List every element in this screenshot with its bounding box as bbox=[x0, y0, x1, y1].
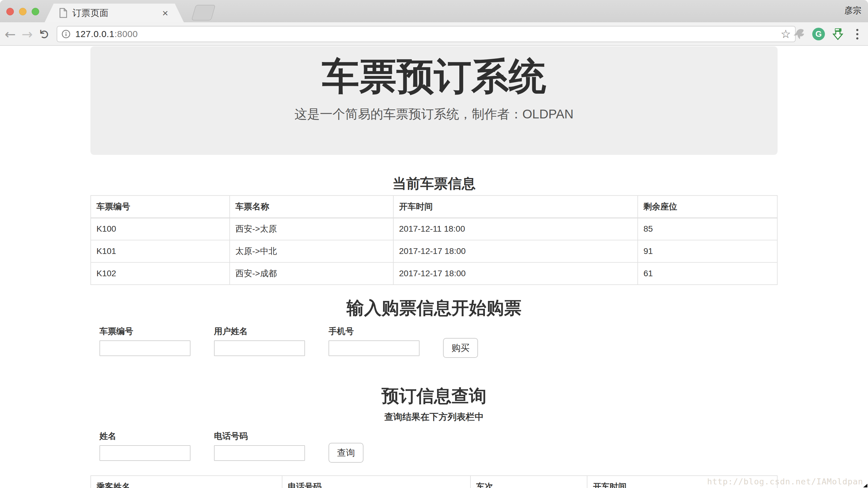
query-button[interactable]: 查询 bbox=[329, 443, 364, 463]
url-host: 127.0.0.1 bbox=[75, 29, 115, 39]
column-header: 乘客姓名 bbox=[91, 476, 282, 488]
bird-extension-icon[interactable] bbox=[793, 27, 806, 41]
ticket-id-cell: K100 bbox=[91, 218, 230, 240]
phone-label: 手机号 bbox=[329, 326, 420, 337]
column-header: 车次 bbox=[470, 476, 587, 488]
query-name-label: 姓名 bbox=[99, 431, 190, 442]
jumbotron: 车票预订系统 这是一个简易的车票预订系统，制作者：OLDPAN bbox=[90, 46, 778, 155]
query-subheading: 查询结果在下方列表栏中 bbox=[90, 412, 778, 422]
tickets-table: 车票编号 车票名称 开车时间 剩余座位 K100 西安->太原 2017-12-… bbox=[90, 195, 778, 285]
column-header: 剩余座位 bbox=[638, 195, 777, 218]
csdn-watermark: http://blog.csdn.net/IAMoldpan bbox=[707, 477, 863, 486]
back-arrow-icon: ← bbox=[5, 27, 16, 42]
column-header: 车票名称 bbox=[230, 195, 393, 218]
cursor-fragment bbox=[863, 484, 867, 487]
purchase-heading: 输入购票信息开始购票 bbox=[90, 297, 778, 319]
browser-menu-icon[interactable] bbox=[850, 27, 864, 41]
bookmark-star-icon[interactable]: ☆ bbox=[781, 28, 791, 40]
new-tab-button[interactable] bbox=[191, 5, 216, 21]
departure-time-cell: 2017-12-17 18:00 bbox=[393, 262, 638, 285]
tab-close-icon[interactable]: × bbox=[162, 8, 168, 18]
ticket-id-label: 车票编号 bbox=[99, 326, 190, 337]
site-info-icon[interactable] bbox=[61, 30, 70, 38]
extensions-area: G bbox=[793, 22, 864, 46]
page-favicon-icon bbox=[59, 8, 67, 18]
forward-button[interactable]: → bbox=[19, 22, 35, 46]
seats-left-cell: 61 bbox=[638, 262, 777, 285]
ticket-id-cell: K102 bbox=[91, 262, 230, 285]
tickets-heading: 当前车票信息 bbox=[90, 175, 778, 192]
url-port: :8000 bbox=[115, 29, 138, 39]
forward-arrow-icon: → bbox=[22, 27, 33, 42]
minimize-window-button[interactable] bbox=[19, 8, 27, 15]
table-row: K101 太原->中北 2017-12-17 18:00 91 bbox=[91, 240, 777, 262]
ticket-name-cell: 太原->中北 bbox=[230, 240, 393, 262]
query-heading: 预订信息查询 bbox=[90, 385, 778, 407]
grammarly-extension-icon[interactable]: G bbox=[812, 27, 825, 41]
seats-left-cell: 91 bbox=[638, 240, 777, 262]
departure-time-cell: 2017-12-17 18:00 bbox=[393, 240, 638, 262]
column-header: 车票编号 bbox=[91, 195, 230, 218]
zoom-window-button[interactable] bbox=[32, 8, 39, 15]
purchase-form: 车票编号 用户姓名 手机号 购买 bbox=[90, 326, 778, 356]
ticket-id-input[interactable] bbox=[99, 340, 190, 356]
page-title: 车票预订系统 bbox=[90, 55, 778, 98]
tab-title: 订票页面 bbox=[72, 7, 108, 19]
ticket-name-cell: 西安->成都 bbox=[230, 262, 393, 285]
query-name-input[interactable] bbox=[99, 445, 190, 461]
page-content: 车票预订系统 这是一个简易的车票预订系统，制作者：OLDPAN 当前车票信息 车… bbox=[0, 46, 868, 488]
profile-name[interactable]: 彦宗 bbox=[844, 5, 861, 16]
table-row: K100 西安->太原 2017-12-11 18:00 85 bbox=[91, 218, 777, 240]
titlebar: 订票页面 × 彦宗 bbox=[0, 0, 868, 22]
toolbar: ← → ↻ 127.0.0.1:8000 ☆ G bbox=[0, 22, 868, 46]
browser-tab[interactable]: 订票页面 × bbox=[44, 4, 184, 22]
address-bar[interactable]: 127.0.0.1:8000 ☆ bbox=[57, 26, 796, 42]
browser-window: 订票页面 × 彦宗 ← → ↻ 127.0.0.1:8000 ☆ bbox=[0, 0, 868, 488]
page-subtitle: 这是一个简易的车票预订系统，制作者：OLDPAN bbox=[90, 106, 778, 123]
back-button[interactable]: ← bbox=[2, 22, 18, 46]
reload-icon: ↻ bbox=[37, 29, 52, 39]
reload-button[interactable]: ↻ bbox=[37, 22, 53, 46]
buy-button[interactable]: 购买 bbox=[443, 338, 478, 358]
url-text[interactable]: 127.0.0.1:8000 bbox=[75, 29, 138, 39]
query-phone-input[interactable] bbox=[214, 445, 305, 461]
query-form: 姓名 电话号码 查询 bbox=[90, 431, 778, 461]
results-table: 乘客姓名 电话号码 车次 开车时间 bbox=[90, 475, 778, 488]
phone-input[interactable] bbox=[329, 340, 420, 356]
user-name-label: 用户姓名 bbox=[214, 326, 305, 337]
table-row: K102 西安->成都 2017-12-17 18:00 61 bbox=[91, 262, 777, 285]
column-header: 电话号码 bbox=[282, 476, 470, 488]
downloader-extension-icon[interactable] bbox=[831, 27, 844, 41]
column-header: 开车时间 bbox=[393, 195, 638, 218]
window-controls bbox=[6, 8, 39, 15]
seats-left-cell: 85 bbox=[638, 218, 777, 240]
close-window-button[interactable] bbox=[6, 8, 14, 15]
ticket-name-cell: 西安->太原 bbox=[230, 218, 393, 240]
user-name-input[interactable] bbox=[214, 340, 305, 356]
departure-time-cell: 2017-12-11 18:00 bbox=[393, 218, 638, 240]
tickets-header-row: 车票编号 车票名称 开车时间 剩余座位 bbox=[91, 195, 777, 218]
ticket-id-cell: K101 bbox=[91, 240, 230, 262]
results-header-row: 乘客姓名 电话号码 车次 开车时间 bbox=[91, 476, 777, 488]
query-phone-label: 电话号码 bbox=[214, 431, 305, 442]
